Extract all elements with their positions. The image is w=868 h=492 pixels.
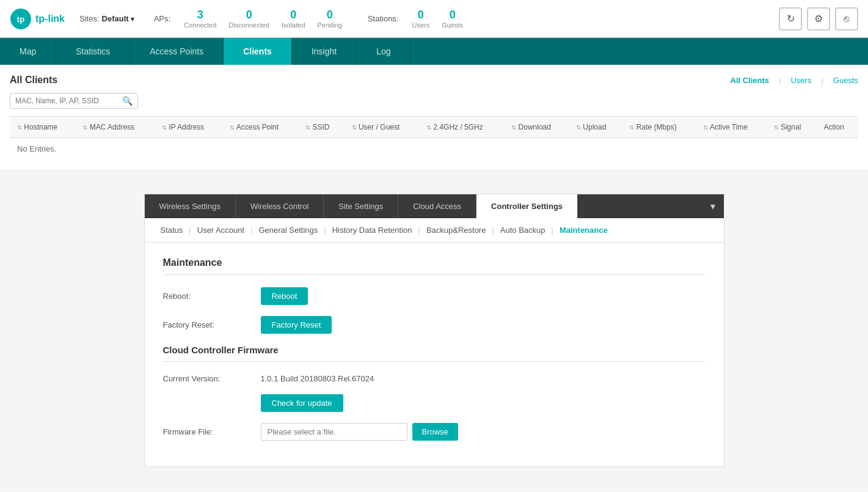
aps-connected: 3 Connected bbox=[184, 9, 216, 29]
filter-users[interactable]: Users bbox=[790, 76, 811, 85]
aps-isolated-value: 0 bbox=[290, 9, 296, 22]
tab-insight[interactable]: Insight bbox=[292, 38, 357, 65]
tab-statistics[interactable]: Statistics bbox=[56, 38, 130, 65]
col-mac[interactable]: ⇅ MAC Address bbox=[75, 117, 155, 138]
aps-area: APs: 3 Connected 0 Disconnected 0 Isolat… bbox=[154, 9, 348, 29]
aps-pending-label: Pending bbox=[318, 21, 342, 29]
aps-isolated: 0 Isolated bbox=[282, 9, 305, 29]
factory-reset-row: Factory Reset: Factory Reset bbox=[163, 316, 706, 334]
subtab-general-settings[interactable]: General Settings bbox=[255, 224, 321, 236]
reboot-row: Reboot: Reboot bbox=[163, 287, 706, 305]
check-update-row: Check for update bbox=[163, 394, 706, 412]
table-header-row: ⇅ Hostname ⇅ MAC Address ⇅ IP Address ⇅ … bbox=[10, 117, 858, 138]
tab-wireless-control[interactable]: Wireless Control bbox=[236, 194, 324, 218]
reboot-label: Reboot: bbox=[163, 292, 261, 301]
tab-log[interactable]: Log bbox=[357, 38, 410, 65]
header-actions: ↻ ⚙ ⎋ bbox=[779, 7, 858, 31]
col-rate[interactable]: ⇅ Rate (Mbps) bbox=[622, 117, 696, 138]
subtab-backup-restore[interactable]: Backup&Restore bbox=[423, 224, 490, 236]
subtab-maintenance[interactable]: Maintenance bbox=[556, 224, 611, 236]
filter-guests[interactable]: Guests bbox=[833, 76, 858, 85]
nav-tabs: Map Statistics Access Points Clients Ins… bbox=[0, 38, 868, 65]
aps-pending-value: 0 bbox=[327, 9, 333, 22]
firmware-title: Cloud Controller Firmware bbox=[163, 345, 706, 362]
stations-guests: 0 Guests bbox=[442, 9, 463, 29]
tab-access-points[interactable]: Access Points bbox=[130, 38, 224, 65]
no-entries-cell: No Entries. bbox=[10, 138, 858, 160]
stations-label: Stations: bbox=[368, 14, 399, 23]
stations-area: Stations: 0 Users 0 Guests bbox=[368, 9, 469, 29]
subtab-user-account[interactable]: User Account bbox=[194, 224, 248, 236]
tab-controller-settings[interactable]: Controller Settings bbox=[476, 194, 578, 218]
sites-label: Sites: bbox=[79, 14, 100, 23]
col-user-guest[interactable]: ⇅ User / Guest bbox=[345, 117, 419, 138]
stations-guests-value: 0 bbox=[450, 9, 456, 22]
aps-label: APs: bbox=[154, 14, 170, 23]
col-active-time[interactable]: ⇅ Active Time bbox=[696, 117, 766, 138]
stations-users-label: Users bbox=[412, 21, 429, 29]
clients-table: ⇅ Hostname ⇅ MAC Address ⇅ IP Address ⇅ … bbox=[10, 116, 858, 160]
aps-connected-label: Connected bbox=[184, 21, 216, 29]
file-input-row: Browse bbox=[261, 423, 458, 441]
subtab-status[interactable]: Status bbox=[157, 224, 187, 236]
subtab-history-data[interactable]: History Data Retention bbox=[329, 224, 416, 236]
col-band[interactable]: ⇅ 2.4GHz / 5GHz bbox=[419, 117, 504, 138]
clients-title: All Clients bbox=[10, 75, 57, 86]
firmware-file-label: Firmware File: bbox=[163, 427, 261, 436]
panel-body: Maintenance Reboot: Reboot Factory Reset… bbox=[145, 243, 724, 466]
stations-guests-label: Guests bbox=[442, 21, 463, 29]
check-update-button[interactable]: Check for update bbox=[261, 394, 343, 412]
col-action: Action bbox=[817, 117, 858, 138]
logo-area: tp tp-link bbox=[10, 8, 65, 30]
aps-disconnected-value: 0 bbox=[246, 9, 252, 22]
aps-isolated-label: Isolated bbox=[282, 21, 305, 29]
settings-tabs: Wireless Settings Wireless Control Site … bbox=[145, 194, 724, 218]
reboot-button[interactable]: Reboot bbox=[261, 287, 308, 305]
settings-button[interactable]: ⚙ bbox=[807, 7, 830, 31]
settings-area: Wireless Settings Wireless Control Site … bbox=[0, 169, 868, 491]
aps-disconnected-label: Disconnected bbox=[228, 21, 269, 29]
current-version-label: Current Version: bbox=[163, 374, 261, 383]
sites-area: Sites: Default bbox=[79, 14, 134, 23]
col-download[interactable]: ⇅ Download bbox=[504, 117, 569, 138]
search-box: 🔍 bbox=[10, 93, 138, 109]
aps-connected-value: 3 bbox=[197, 9, 203, 22]
current-version-value: 1.0.1 Build 20180803 Rel.67024 bbox=[261, 374, 374, 383]
tab-wireless-settings[interactable]: Wireless Settings bbox=[145, 194, 236, 218]
header: tp tp-link Sites: Default APs: 3 Connect… bbox=[0, 0, 868, 38]
sites-dropdown[interactable]: Default bbox=[102, 14, 134, 23]
current-version-row: Current Version: 1.0.1 Build 20180803 Re… bbox=[163, 374, 706, 383]
subtab-auto-backup[interactable]: Auto Backup bbox=[497, 224, 549, 236]
svg-text:tp: tp bbox=[17, 15, 24, 24]
filter-all-clients[interactable]: All Clients bbox=[731, 76, 770, 85]
firmware-file-input[interactable] bbox=[261, 423, 407, 441]
clients-filter: All Clients | Users | Guests bbox=[731, 76, 859, 85]
search-input[interactable] bbox=[15, 97, 122, 105]
clients-section: All Clients All Clients | Users | Guests… bbox=[0, 65, 868, 169]
more-tabs-button[interactable]: ▾ bbox=[702, 194, 724, 218]
brand-name: tp-link bbox=[35, 13, 65, 24]
maintenance-title: Maintenance bbox=[163, 257, 706, 275]
col-ip[interactable]: ⇅ IP Address bbox=[155, 117, 222, 138]
table-row-empty: No Entries. bbox=[10, 138, 858, 160]
col-ssid[interactable]: ⇅ SSID bbox=[298, 117, 345, 138]
stations-users: 0 Users bbox=[412, 9, 429, 29]
factory-reset-button[interactable]: Factory Reset bbox=[261, 316, 332, 334]
browse-button[interactable]: Browse bbox=[412, 423, 458, 441]
col-upload[interactable]: ⇅ Upload bbox=[569, 117, 622, 138]
firmware-file-row: Firmware File: Browse bbox=[163, 423, 706, 441]
aps-pending: 0 Pending bbox=[318, 9, 342, 29]
col-ap[interactable]: ⇅ Access Point bbox=[222, 117, 298, 138]
col-hostname[interactable]: ⇅ Hostname bbox=[10, 117, 75, 138]
sub-tabs: Status | User Account | General Settings… bbox=[145, 218, 724, 243]
firmware-section: Cloud Controller Firmware Current Versio… bbox=[163, 345, 706, 441]
tab-site-settings[interactable]: Site Settings bbox=[324, 194, 398, 218]
logout-button[interactable]: ⎋ bbox=[835, 7, 858, 31]
tab-cloud-access[interactable]: Cloud Access bbox=[398, 194, 476, 218]
clients-header: All Clients All Clients | Users | Guests bbox=[10, 75, 858, 86]
tab-clients[interactable]: Clients bbox=[224, 38, 292, 65]
tab-map[interactable]: Map bbox=[0, 38, 56, 65]
main-content: All Clients All Clients | Users | Guests… bbox=[0, 65, 868, 491]
col-signal[interactable]: ⇅ Signal bbox=[767, 117, 817, 138]
refresh-button[interactable]: ↻ bbox=[779, 7, 802, 31]
